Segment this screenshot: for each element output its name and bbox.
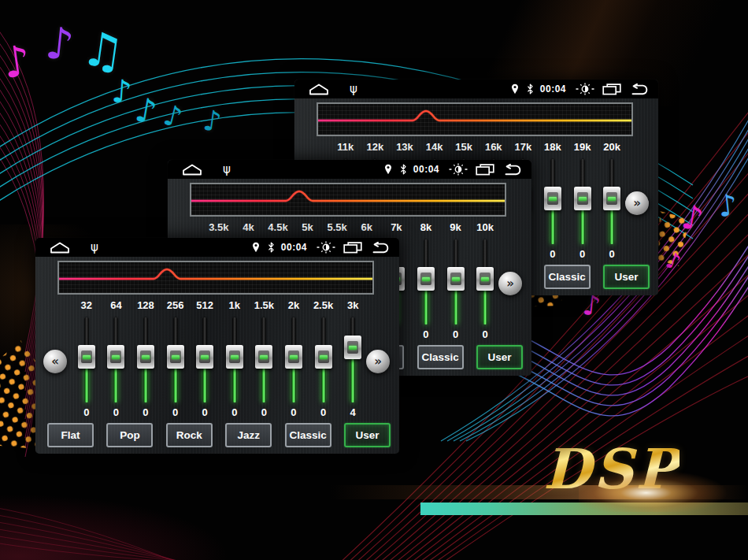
slider-track-green bbox=[610, 207, 614, 244]
slider-thumb[interactable] bbox=[544, 187, 561, 210]
gain-value: 0 bbox=[568, 248, 598, 260]
bluetooth-icon bbox=[400, 164, 407, 175]
brightness-icon[interactable] bbox=[449, 163, 468, 176]
freq-label: 3k bbox=[338, 299, 368, 311]
slider-thumb[interactable] bbox=[603, 187, 620, 210]
slider-thumb[interactable] bbox=[196, 345, 213, 369]
orange-dot-cluster-left bbox=[0, 340, 38, 449]
slider-thumb-indicator bbox=[608, 197, 616, 201]
slider-thumb-indicator bbox=[112, 355, 120, 359]
recent-apps-icon[interactable] bbox=[602, 83, 621, 95]
slider-thumb-indicator bbox=[83, 355, 91, 359]
home-icon[interactable] bbox=[182, 164, 202, 176]
location-icon bbox=[384, 164, 392, 175]
slider-thumb[interactable] bbox=[476, 267, 494, 291]
gain-value: 0 bbox=[470, 328, 500, 340]
home-icon[interactable] bbox=[50, 242, 70, 254]
usb-icon: ψ bbox=[91, 242, 98, 254]
slider-thumb-indicator bbox=[349, 346, 357, 350]
next-band-button[interactable]: » bbox=[366, 350, 390, 373]
eq-slider-1k[interactable] bbox=[220, 316, 250, 404]
slider-track-green bbox=[143, 365, 147, 402]
preset-classic-button[interactable]: Classic bbox=[417, 345, 464, 369]
freq-label: 17k bbox=[509, 141, 539, 153]
preset-jazz-button[interactable]: Jazz bbox=[225, 423, 272, 447]
preset-classic-button[interactable]: Classic bbox=[285, 423, 331, 447]
slider-thumb[interactable] bbox=[285, 345, 302, 369]
freq-label: 4k bbox=[234, 221, 264, 233]
eq-slider-128[interactable] bbox=[131, 316, 161, 404]
back-icon[interactable] bbox=[370, 242, 391, 254]
clock: 00:04 bbox=[540, 83, 566, 95]
slider-thumb[interactable] bbox=[417, 267, 435, 291]
slider-thumb-indicator bbox=[481, 277, 489, 281]
preset-user-button[interactable]: User bbox=[344, 423, 391, 447]
eq-slider-3k[interactable] bbox=[338, 316, 368, 404]
slider-thumb[interactable] bbox=[255, 345, 272, 369]
freq-label: 1k bbox=[220, 299, 250, 311]
eq-slider-2.5k[interactable] bbox=[309, 316, 339, 404]
eq-slider-64[interactable] bbox=[102, 316, 131, 404]
slider-track-green bbox=[454, 287, 457, 325]
preset-rock-button[interactable]: Rock bbox=[166, 423, 213, 447]
eq-slider-9k[interactable] bbox=[441, 238, 471, 326]
eq-slider-256[interactable] bbox=[161, 316, 191, 404]
preset-classic-button[interactable]: Classic bbox=[544, 265, 591, 289]
slider-thumb[interactable] bbox=[315, 345, 332, 369]
home-icon[interactable] bbox=[309, 83, 329, 95]
preset-user-button[interactable]: User bbox=[476, 345, 523, 369]
slider-thumb[interactable] bbox=[107, 345, 124, 369]
brightness-icon[interactable] bbox=[317, 241, 335, 254]
eq-slider-18k[interactable] bbox=[538, 158, 568, 246]
back-icon[interactable] bbox=[629, 83, 650, 95]
slider-thumb[interactable] bbox=[574, 187, 591, 210]
eq-sliders bbox=[72, 316, 368, 404]
gain-value: 0 bbox=[220, 406, 250, 418]
preset-pop-button[interactable]: Pop bbox=[106, 423, 153, 447]
preset-flat-button[interactable]: Flat bbox=[47, 423, 94, 447]
slider-thumb[interactable] bbox=[78, 345, 95, 369]
eq-slider-20k[interactable] bbox=[597, 158, 627, 246]
gain-value: 4 bbox=[338, 406, 368, 418]
red-line-fan-bottom-left bbox=[0, 506, 205, 560]
frequency-labels: 32641282565121k1.5k2k2.5k3k bbox=[72, 299, 368, 311]
recent-apps-icon[interactable] bbox=[343, 242, 362, 254]
frequency-labels: 3.5k4k4.5k5k5.5k6k7k8k9k10k bbox=[204, 221, 500, 233]
back-icon[interactable] bbox=[502, 164, 524, 176]
prev-band-button[interactable]: « bbox=[43, 350, 67, 373]
slider-track-green bbox=[291, 365, 295, 402]
freq-label: 8k bbox=[411, 221, 441, 233]
status-bar: ψ00:04 bbox=[168, 160, 531, 179]
eq-slider-2k[interactable] bbox=[279, 316, 309, 404]
preset-user-button[interactable]: User bbox=[603, 265, 650, 289]
next-band-button[interactable]: » bbox=[625, 191, 649, 215]
slider-thumb-indicator bbox=[201, 355, 209, 359]
frequency-labels: 11k12k13k14k15k16k17k18k19k20k bbox=[331, 141, 627, 153]
slider-thumb[interactable] bbox=[137, 345, 154, 369]
gain-value: 0 bbox=[538, 248, 568, 260]
recent-apps-icon[interactable] bbox=[476, 164, 494, 176]
slider-thumb[interactable] bbox=[167, 345, 184, 369]
location-icon bbox=[252, 242, 260, 253]
slider-thumb-indicator bbox=[422, 277, 430, 281]
eq-slider-1.5k[interactable] bbox=[250, 316, 280, 404]
eq-slider-10k[interactable] bbox=[470, 238, 500, 326]
freq-label: 512 bbox=[190, 299, 220, 311]
clock: 00:04 bbox=[281, 242, 307, 253]
gain-value: 0 bbox=[411, 328, 441, 340]
slider-thumb-indicator bbox=[142, 355, 150, 359]
slider-thumb-indicator bbox=[172, 355, 180, 359]
slider-thumb[interactable] bbox=[447, 267, 465, 291]
eq-slider-19k[interactable] bbox=[568, 158, 598, 246]
eq-slider-8k[interactable] bbox=[411, 238, 441, 326]
brightness-icon[interactable] bbox=[576, 83, 594, 95]
eq-slider-32[interactable] bbox=[72, 316, 102, 404]
slider-thumb-indicator bbox=[231, 355, 239, 359]
next-band-button[interactable]: » bbox=[498, 272, 522, 295]
freq-label: 3.5k bbox=[204, 221, 234, 233]
slider-thumb[interactable] bbox=[226, 345, 243, 369]
eq-slider-512[interactable] bbox=[190, 316, 220, 404]
slider-track-green bbox=[351, 356, 355, 402]
status-icons: 00:04 bbox=[376, 160, 524, 179]
slider-thumb[interactable] bbox=[344, 336, 361, 359]
